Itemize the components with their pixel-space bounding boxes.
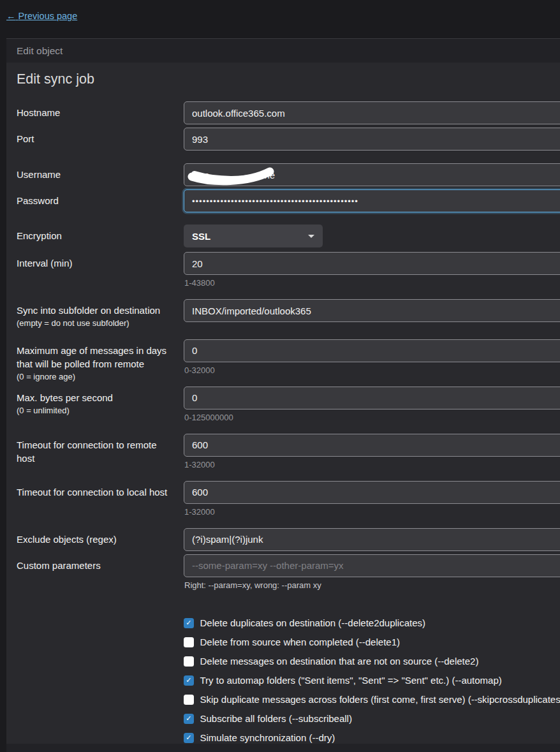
subfolder-input[interactable] <box>184 299 560 322</box>
interval-hint: 1-43800 <box>184 278 560 288</box>
chevron-down-icon <box>308 235 314 238</box>
timeout-remote-hint: 1-32000 <box>184 460 560 469</box>
subfolder-row: Sync into subfolder on destination (empt… <box>17 299 560 330</box>
checkbox[interactable] <box>184 695 194 705</box>
encryption-select[interactable]: SSL <box>184 225 323 247</box>
username-label: Username <box>17 168 175 181</box>
checkbox-label: Skip duplicate messages across folders (… <box>200 694 560 705</box>
previous-page-link[interactable]: ← Previous page <box>6 11 77 21</box>
username-visible-start: luca <box>192 170 210 181</box>
subfolder-label: Sync into subfolder on destination <box>17 304 175 317</box>
checkbox[interactable] <box>184 733 194 743</box>
port-input[interactable] <box>184 128 560 151</box>
back-arrow-icon: ← <box>6 11 16 21</box>
username-visible-end: ne <box>265 170 276 181</box>
maxbytes-row: Max. bytes per second (0 = unlimited) 0-… <box>17 387 560 431</box>
checkbox-label: Try to automap folders ("Sent items", "S… <box>200 675 502 686</box>
checkbox-row: Skip duplicate messages across folders (… <box>17 693 560 707</box>
previous-page-label: Previous page <box>18 11 78 21</box>
password-row: Password <box>17 189 560 212</box>
port-row: Port <box>17 128 560 151</box>
checkbox[interactable] <box>184 656 194 667</box>
checkbox-label: Simulate synchronization (--dry) <box>200 732 335 743</box>
checkbox-label: Subscribe all folders (--subscribeall) <box>200 713 352 724</box>
hostname-row: Hostname <box>17 101 560 124</box>
maxbytes-input[interactable] <box>184 387 560 409</box>
port-label: Port <box>17 132 175 145</box>
custom-params-row: Custom parameters Right: --param=xy, wro… <box>17 554 560 598</box>
custom-params-hint: Right: --param=xy, wrong: --param xy <box>184 580 560 590</box>
subfolder-note: (empty = do not use subfolder) <box>17 318 175 330</box>
exclude-label: Exclude objects (regex) <box>17 533 175 546</box>
maxage-row: Maximum age of messages in days that wil… <box>17 339 560 383</box>
exclude-row: Exclude objects (regex) <box>17 528 560 551</box>
encryption-selected-value: SSL <box>192 231 210 242</box>
maxage-hint: 0-32000 <box>184 365 560 375</box>
maxage-note: (0 = ignore age) <box>17 371 175 383</box>
custom-params-input[interactable] <box>184 554 560 577</box>
encryption-label: Encryption <box>17 229 175 242</box>
hostname-label: Hostname <box>17 106 175 119</box>
timeout-remote-row: Timeout for connection to remote host 1-… <box>17 434 560 478</box>
timeout-remote-label: Timeout for connection to remote host <box>17 438 175 465</box>
page-title: Edit sync job <box>17 71 560 87</box>
checkbox-group: Delete duplicates on destination (--dele… <box>17 616 560 752</box>
username-row: Username lucane <box>17 163 560 186</box>
custom-params-label: Custom parameters <box>17 559 175 572</box>
checkbox-row: Delete duplicates on destination (--dele… <box>17 616 560 630</box>
card-header: Edit object <box>6 38 560 63</box>
checkbox[interactable] <box>184 618 194 628</box>
checkbox[interactable] <box>184 675 194 686</box>
maxage-input[interactable] <box>184 339 560 362</box>
password-label: Password <box>17 194 175 207</box>
timeout-remote-input[interactable] <box>184 434 560 457</box>
checkbox-label: Delete from source when completed (--del… <box>200 637 400 647</box>
timeout-local-label: Timeout for connection to local host <box>17 485 175 499</box>
checkbox[interactable] <box>184 714 194 724</box>
checkbox-label: Delete messages on destination that are … <box>200 656 479 667</box>
edit-object-card: Edit object Edit sync job Hostname Port … <box>6 38 560 744</box>
maxbytes-label: Max. bytes per second <box>17 391 175 404</box>
interval-input[interactable] <box>184 252 560 275</box>
checkbox[interactable] <box>184 637 194 647</box>
interval-label: Interval (min) <box>17 256 175 270</box>
checkbox-row: Try to automap folders ("Sent items", "S… <box>17 674 560 688</box>
checkbox-row: Simulate synchronization (--dry) <box>17 731 560 745</box>
card-header-title: Edit object <box>17 45 63 57</box>
checkbox-row: Subscribe all folders (--subscribeall) <box>17 712 560 726</box>
timeout-local-hint: 1-32000 <box>184 507 560 517</box>
encryption-row: Encryption SSL <box>17 225 560 247</box>
interval-row: Interval (min) 1-43800 <box>17 252 560 296</box>
timeout-local-input[interactable] <box>184 481 560 504</box>
password-input[interactable] <box>184 189 560 212</box>
topbar: ← Previous page <box>0 0 560 38</box>
checkbox-row: Delete messages on destination that are … <box>17 654 560 668</box>
checkbox-row: Delete from source when completed (--del… <box>17 635 560 649</box>
card-body: Edit sync job Hostname Port Username luc… <box>6 63 560 744</box>
timeout-local-row: Timeout for connection to local host 1-3… <box>17 481 560 525</box>
maxage-label: Maximum age of messages in days that wil… <box>17 344 175 371</box>
hostname-input[interactable] <box>184 101 560 124</box>
exclude-input[interactable] <box>184 528 560 551</box>
maxbytes-hint: 0-125000000 <box>184 413 560 422</box>
maxbytes-note: (0 = unlimited) <box>17 405 175 417</box>
checkbox-label: Delete duplicates on destination (--dele… <box>200 617 426 628</box>
username-input[interactable]: lucane <box>184 163 560 186</box>
